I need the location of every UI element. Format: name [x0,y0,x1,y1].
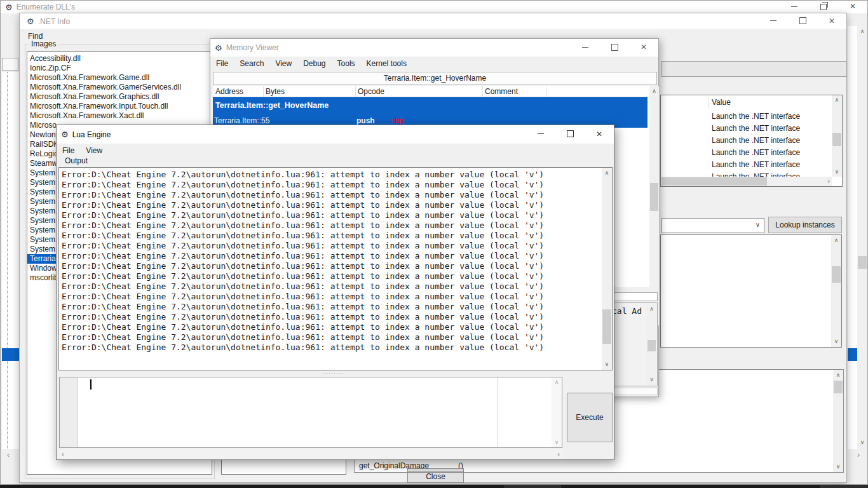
field-row[interactable]: Launch the .NET interface [661,159,832,171]
disasm-selection[interactable]: Terraria.Item::get_HoverName Terraria.It… [213,97,648,128]
scroll-down-icon[interactable]: ∨ [552,440,562,445]
editor-horizontal-scrollbar[interactable]: ‹ › [59,449,562,459]
scrollbar-thumb[interactable] [648,340,656,351]
scroll-down-icon[interactable]: ∨ [831,339,841,344]
memory-viewer-titlebar[interactable]: ⚙ Memory Viewer ✕ [210,39,658,57]
output-vertical-scrollbar[interactable]: ∧ ∨ [602,168,612,370]
column-comment[interactable]: Comment [485,87,518,96]
close-icon[interactable]: ✕ [817,13,846,28]
scroll-down-icon[interactable]: ∨ [833,464,843,470]
scrollbar-thumb[interactable] [650,183,658,211]
methods-vertical-scrollbar[interactable]: ∧ ∨ [833,370,843,472]
chevron-down-icon[interactable]: ∨ [756,221,760,228]
execute-button[interactable]: Execute [567,393,613,442]
list-item[interactable]: Microsoft.Xna.Framework.GamerServices.dl… [27,83,212,92]
error-line: Error:D:\Cheat Engine 7.2\autorun\dotnet… [62,312,600,322]
scrollbar-thumb[interactable] [832,133,841,146]
menu-kernel-tools[interactable]: Kernel tools [361,57,412,70]
menu-file[interactable]: File [210,57,234,70]
symbol-header-bar[interactable]: Terraria.Item::get_HoverName [213,72,657,85]
menu-tools[interactable]: Tools [332,57,361,70]
fields-horizontal-scrollbar[interactable]: › [661,177,832,186]
list-item[interactable]: Ionic.Zip.CF [27,64,212,73]
enumerate-vertical-scrollbar[interactable]: ∧ ∨ [857,26,867,449]
scroll-up-icon[interactable]: ∧ [552,379,562,385]
menu-view[interactable]: View [269,57,297,70]
dll-list-right-sliver[interactable] [848,26,857,449]
column-address[interactable]: Address [215,87,243,96]
scroll-up-icon[interactable]: ∧ [602,170,612,176]
scrollbar-thumb[interactable] [858,256,867,269]
scroll-down-icon[interactable]: ∨ [602,362,612,367]
close-icon[interactable]: ✕ [585,125,614,142]
instances-combobox[interactable]: ∨ [661,218,764,233]
lua-engine-titlebar[interactable]: ⚙ Lua Engine ✕ [57,125,614,144]
menu-file[interactable]: File [57,144,80,157]
maximize-button[interactable] [555,125,585,142]
error-line: Error:D:\Cheat Engine 7.2\autorun\dotnet… [62,261,600,271]
field-row[interactable]: Launch the .NET interface [661,111,832,123]
scroll-down-icon[interactable]: ∨ [832,169,842,175]
minimize-button[interactable] [759,13,788,28]
disasm-vertical-scrollbar[interactable]: ∧ ∨ [649,86,659,325]
scroll-up-icon[interactable]: ∧ [647,306,656,312]
net-info-titlebar[interactable]: ⚙ .NET Info ✕ [20,13,846,29]
scroll-down-icon[interactable]: ∨ [647,377,656,383]
minimize-button[interactable] [780,1,809,12]
scroll-up-icon[interactable]: ∧ [833,372,843,378]
dll-list-selected-row[interactable] [848,348,857,361]
scroll-up-icon[interactable]: ∧ [831,238,841,243]
column-opcode[interactable]: Opcode [358,87,384,96]
lua-script-editor[interactable]: ∧ ∨ [59,377,562,448]
column-bytes[interactable]: Bytes [266,87,285,96]
field-row[interactable]: Launch the .NET interface [661,147,832,159]
splitter-handle[interactable]: ········ [323,370,344,376]
lua-engine-menubar: File View [57,144,108,157]
scroll-right-icon[interactable]: › [827,177,830,185]
hexview-vertical-scrollbar[interactable]: ∧ ∨ [647,304,656,385]
error-line: Error:D:\Cheat Engine 7.2\autorun\dotnet… [62,170,600,180]
list-item[interactable]: Microsoft.Xna.Framework.Input.Touch.dll [27,102,212,111]
enumerate-dlls-titlebar[interactable]: ⚙ Enumerate DLL's ✕ [1,1,867,13]
instances-vertical-scrollbar[interactable]: ∧ ∨ [831,235,841,347]
fields-vertical-scrollbar[interactable]: ∧ ∨ [832,95,842,177]
dll-list-selected-row[interactable] [2,348,20,361]
scrollbar-thumb[interactable] [834,381,843,393]
editor-vertical-scrollbar[interactable]: ∧ ∨ [552,377,562,447]
close-icon[interactable]: ✕ [629,39,658,55]
scroll-left-icon[interactable]: ‹ [7,451,10,459]
scrollbar-thumb[interactable] [602,309,611,344]
maximize-button[interactable] [788,13,817,28]
close-button[interactable]: Close [407,468,464,483]
lookup-instances-button[interactable]: Lookup instances [768,217,842,233]
scrollbar-thumb[interactable] [832,266,841,283]
scroll-down-icon[interactable]: ∨ [857,440,867,445]
restore-button[interactable] [809,1,838,12]
scroll-up-icon[interactable]: ∧ [857,29,867,34]
lua-output-console[interactable]: Error:D:\Cheat Engine 7.2\autorun\dotnet… [58,167,613,370]
list-item[interactable]: Microsoft.Xna.Framework.Graphics.dll [27,92,212,102]
list-item[interactable]: Microsoft.Xna.Framework.Xact.dll [27,111,212,121]
scrollbar-thumb[interactable] [661,177,767,186]
menu-debug[interactable]: Debug [297,57,331,70]
field-row[interactable]: Launch the .NET interface [661,135,832,147]
scroll-up-icon[interactable]: ∧ [649,88,659,94]
minimize-button[interactable] [526,125,555,142]
scroll-left-icon[interactable]: ‹ [62,451,64,458]
menu-search[interactable]: Search [234,57,269,70]
scroll-right-icon[interactable]: › [557,451,560,458]
close-icon[interactable]: ✕ [838,1,867,12]
value-column-header[interactable]: Value [712,98,731,107]
scroll-right-icon[interactable]: › [857,451,860,459]
menu-view[interactable]: View [80,144,108,157]
field-row[interactable]: Launch the .NET interface [661,123,832,135]
list-item[interactable]: Microsoft.Xna.Framework.Game.dll [27,73,212,83]
fields-list[interactable]: Value Launch the .NET interface Launch t… [660,95,843,187]
maximize-button[interactable] [600,39,629,55]
scroll-up-icon[interactable]: ∧ [832,97,842,103]
taskbar[interactable] [0,485,868,488]
instances-list[interactable]: ∧ ∨ [660,234,842,348]
list-item[interactable]: Accessibility.dll [27,54,212,64]
minimize-button[interactable] [571,39,600,55]
dll-list-left-sliver[interactable] [2,72,20,449]
